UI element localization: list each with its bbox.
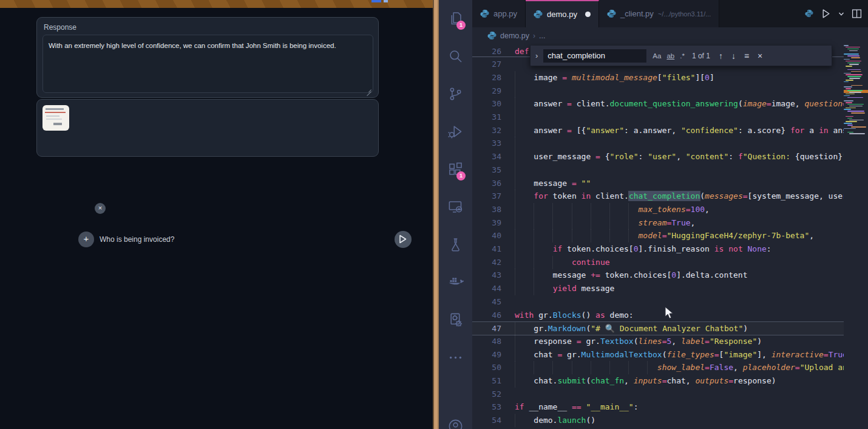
code-line[interactable]: 45 (472, 295, 844, 309)
minimap[interactable] (844, 45, 868, 179)
code-text: with gr.Blocks() as demo: (515, 309, 634, 322)
minimap-line (847, 49, 859, 50)
resize-handle[interactable] (366, 86, 371, 92)
minimap-line (851, 85, 863, 86)
code-line[interactable]: 49 chat = gr.MultimodalTextbox(file_type… (472, 348, 844, 362)
activity-search-icon[interactable] (439, 38, 472, 75)
regex-icon[interactable]: .* (680, 52, 685, 60)
code-line[interactable]: 34 user_message = {"role": "user", "cont… (472, 150, 844, 163)
code-line[interactable]: 38 max_tokens=100, (472, 203, 844, 216)
line-number: 44 (472, 282, 501, 295)
vscode-window: 11 app.pydemo.py_client.py~/.../python3.… (439, 0, 868, 429)
breadcrumb-file[interactable]: demo.py (500, 32, 529, 40)
code-line[interactable]: 40 model="HuggingFaceH4/zephyr-7b-beta", (472, 229, 844, 242)
code-line[interactable]: 30 answer = client.document_question_ans… (472, 97, 844, 111)
code-line[interactable]: 39 stream=True, (472, 216, 844, 230)
code-text: message = "" (515, 177, 591, 190)
activity-container-tools-icon[interactable] (439, 301, 472, 339)
code-line[interactable]: 48 response = gr.Textbox(lines=5, label=… (472, 335, 844, 348)
breadcrumb[interactable]: demo.py › ... (472, 27, 868, 44)
tab-demo.py[interactable]: demo.py (526, 0, 599, 27)
code-line[interactable]: 54 demo.launch() (472, 414, 844, 427)
line-number: 33 (472, 137, 501, 150)
run-python-file-button[interactable] (821, 9, 831, 19)
find-input[interactable] (543, 49, 647, 63)
code-line[interactable]: 37 for token in client.chat_completion(m… (472, 190, 844, 203)
code-editor[interactable]: 26def2728 image = multimodal_message["fi… (472, 44, 868, 429)
breadcrumb-more[interactable]: ... (539, 32, 545, 40)
line-number: 43 (472, 269, 501, 282)
line-number: 50 (472, 361, 501, 374)
add-file-button[interactable]: + (78, 232, 94, 247)
code-line[interactable]: 29 (472, 84, 844, 98)
whole-word-icon[interactable]: ab (666, 52, 674, 60)
code-line[interactable]: 43 message += token.choices[0].delta.con… (472, 269, 844, 282)
code-line[interactable]: 31 (472, 111, 844, 124)
code-text: answer = client.document_question_answer… (515, 97, 844, 111)
chat-input-placeholder[interactable]: Who is being invoiced? (100, 235, 174, 244)
minimap-line (847, 76, 861, 77)
code-line[interactable]: 51 chat.submit(chat_fn, inputs=chat, out… (472, 374, 844, 388)
tab-app.py[interactable]: app.py (472, 0, 526, 27)
minimap-line (844, 59, 850, 60)
split-editor-button[interactable] (852, 9, 862, 19)
code-line[interactable]: 32 answer = [{"answer": a.answer, "confi… (472, 124, 844, 137)
code-text: gr.Markdown("# 🔍 Document Analyzer Chatb… (515, 322, 748, 335)
tab-label: _client.py (620, 9, 654, 18)
tab-_client.py[interactable]: _client.py~/.../python3.11/... (599, 0, 719, 27)
activity-run-debug-icon[interactable] (439, 113, 472, 151)
activity-badge: 1 (456, 171, 466, 180)
code-line[interactable]: 50 show_label=False, placeholder="Upload… (472, 361, 844, 374)
find-results-count: 1 of 1 (692, 52, 710, 60)
minimap-line (846, 47, 860, 48)
find-replace-toggle-icon[interactable]: › (531, 51, 543, 60)
line-number: 47 (472, 322, 501, 335)
overflow-tab-python-icon[interactable] (805, 9, 813, 18)
activity-source-control-icon[interactable] (439, 75, 472, 113)
code-line[interactable]: 41 if token.choices[0].finish_reason is … (472, 242, 844, 256)
minimap-line (846, 80, 853, 81)
response-textarea[interactable] (42, 35, 373, 93)
find-next-button[interactable]: ↓ (731, 51, 736, 61)
response-panel: Response (36, 17, 379, 98)
code-line[interactable]: 44 yield message (472, 282, 844, 295)
activity-remote-explorer-icon[interactable] (439, 188, 472, 226)
code-line[interactable]: 28 image = multimodal_message["files"][0… (472, 71, 844, 84)
code-line[interactable]: 46with gr.Blocks() as demo: (472, 309, 844, 322)
remove-file-button[interactable]: × (95, 203, 106, 214)
activity-explorer-icon[interactable]: 1 (439, 0, 472, 38)
unsaved-dot-icon (585, 12, 591, 17)
line-number: 52 (472, 388, 501, 401)
code-line[interactable]: 33 (472, 137, 844, 150)
code-lines[interactable]: 26def2728 image = multimodal_message["fi… (472, 44, 844, 429)
code-line[interactable]: 36 message = "" (472, 177, 844, 190)
code-text: image = multimodal_message["files"][0] (515, 71, 714, 84)
submit-button[interactable] (395, 231, 412, 248)
response-label: Response (44, 23, 76, 32)
code-line[interactable]: 53if __name__ == "__main__": (472, 400, 844, 414)
code-text: if __name__ == "__main__": (515, 400, 639, 414)
minimap-line (849, 106, 863, 107)
minimap-line (851, 126, 866, 128)
activity-account-icon[interactable] (439, 413, 472, 429)
code-line[interactable]: 42 continue (472, 256, 844, 269)
activity-extensions-icon[interactable]: 1 (439, 151, 472, 188)
activity-testing-icon[interactable] (439, 226, 472, 264)
activity-docker-icon[interactable] (439, 264, 472, 301)
line-number: 34 (472, 150, 501, 163)
tab-label: demo.py (547, 10, 577, 19)
code-line[interactable]: 52 (472, 388, 844, 401)
match-case-icon[interactable]: Aa (653, 52, 661, 60)
breadcrumb-separator: › (533, 32, 535, 40)
minimap-line (846, 108, 856, 109)
find-close-button[interactable]: × (758, 51, 762, 61)
find-previous-button[interactable]: ↑ (719, 51, 723, 61)
code-line[interactable]: 35 (472, 163, 844, 177)
find-in-selection-button[interactable]: ≡ (744, 51, 749, 61)
attached-image-thumbnail[interactable] (42, 105, 69, 131)
run-dropdown-chevron-icon[interactable] (838, 11, 844, 17)
code-line[interactable]: 47 gr.Markdown("# 🔍 Document Analyzer Ch… (472, 321, 844, 335)
line-number: 35 (472, 163, 501, 177)
activity-more-icon[interactable] (439, 339, 472, 377)
minimap-line (844, 86, 852, 88)
